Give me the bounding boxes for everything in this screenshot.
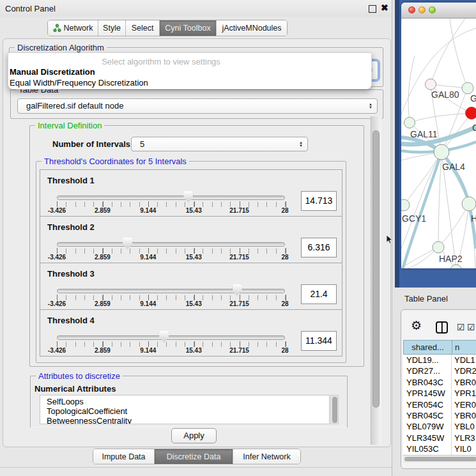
checkbox-icon[interactable]: ☑ xyxy=(467,322,475,332)
table-row[interactable]: YER054CYER0 xyxy=(403,399,476,410)
table-horizontal-scrollbar[interactable] xyxy=(403,455,476,463)
table-row[interactable]: YDL19...YDL1 xyxy=(403,355,476,365)
group-title: Discretization Algorithm xyxy=(15,43,107,52)
network-node[interactable] xyxy=(426,79,436,90)
numerical-attributes-label: Numerical Attributes xyxy=(35,384,116,394)
network-node[interactable] xyxy=(434,144,449,160)
mouse-cursor xyxy=(386,235,395,245)
network-node[interactable] xyxy=(450,265,462,268)
slider-ticks xyxy=(57,249,286,254)
threshold-4-panel: Threshold 4 -3.4262.8599.14415.4321.7152… xyxy=(40,309,342,357)
threshold-slider-thumb[interactable] xyxy=(123,238,132,249)
tab-jactivemnodules[interactable]: jActiveMNodules xyxy=(216,20,287,36)
table-cell[interactable]: YDR2 xyxy=(452,365,476,376)
threshold-value-field[interactable]: 11.344 xyxy=(301,331,337,351)
threshold-slider-track[interactable] xyxy=(57,242,285,247)
dropdown-option-equal-width-frequency[interactable]: Equal Width/Frequency Discretization xyxy=(8,77,371,88)
number-of-intervals-combobox[interactable]: 5 ▲▼ xyxy=(131,137,308,151)
table-row[interactable]: YDR27...YDR2 xyxy=(403,365,476,376)
tab-impute-data[interactable]: Impute Data xyxy=(93,449,154,464)
network-node[interactable] xyxy=(401,199,410,211)
threshold-slider-track[interactable] xyxy=(57,289,285,293)
table-cell[interactable]: YPR1 xyxy=(452,388,476,399)
network-node[interactable] xyxy=(462,197,476,211)
tab-label: Discretize Data xyxy=(167,452,221,461)
table-cell[interactable]: YDL19... xyxy=(403,355,452,365)
network-node[interactable] xyxy=(462,82,473,94)
column-header-name[interactable]: n xyxy=(452,340,476,355)
table-cell[interactable]: YER054C xyxy=(403,399,452,410)
table-cell[interactable]: YDL1 xyxy=(452,355,476,365)
float-icon[interactable] xyxy=(369,5,376,13)
network-node[interactable] xyxy=(433,242,444,253)
table-cell[interactable]: YLR345W xyxy=(403,433,452,443)
panel-scrollbar-thumb[interactable] xyxy=(372,130,380,408)
table-cell[interactable]: YIL053C xyxy=(403,443,452,454)
tab-label: Cyni Toolbox xyxy=(165,24,210,33)
threshold-value-field[interactable]: 14.713 xyxy=(301,191,337,211)
table-row[interactable]: YBL079WYBL0 xyxy=(403,421,476,432)
threshold-slider-thumb[interactable] xyxy=(183,191,193,203)
panel-vertical-scrollbar[interactable] xyxy=(371,116,381,445)
table-cell[interactable]: YBR045C xyxy=(403,410,452,421)
top-tab-bar: Network Style Select Cyni Toolbox jActiv… xyxy=(47,20,288,36)
apply-button[interactable]: Apply xyxy=(171,428,217,443)
network-node[interactable] xyxy=(466,107,476,119)
network-graph[interactable]: GAL80GACGAL11GAL4GCY1HHAP2 xyxy=(401,19,476,268)
tab-style[interactable]: Style xyxy=(98,20,125,36)
threshold-value-field[interactable]: 6.316 xyxy=(301,238,337,257)
table-row[interactable]: YPR145WYPR1 xyxy=(403,388,476,399)
table-scrollbar-thumb[interactable] xyxy=(404,457,476,461)
table-cell[interactable]: YER0 xyxy=(452,399,476,410)
combo-value: 5 xyxy=(140,137,144,151)
table-cell[interactable]: YIL0 xyxy=(452,443,476,454)
major-tick xyxy=(240,295,240,300)
list-scrollbar-thumb[interactable] xyxy=(332,397,337,423)
list-scrollbar[interactable] xyxy=(330,395,339,424)
tick-label: 15.43 xyxy=(186,347,202,354)
checkbox-icon[interactable]: ☑ xyxy=(457,322,465,332)
list-item[interactable]: BetweennessCentrality xyxy=(40,417,329,424)
close-traffic-light-icon[interactable] xyxy=(408,6,415,13)
tick-label: 2.859 xyxy=(95,207,111,214)
table-cell[interactable]: YPR145W xyxy=(403,388,452,399)
tab-label: Infer Network xyxy=(243,452,290,461)
table-cell[interactable]: YBR0 xyxy=(452,410,476,421)
dropdown-option-manual-discretization[interactable]: Manual Discretization xyxy=(8,66,371,77)
list-item[interactable]: SelfLoops xyxy=(40,395,329,407)
minimize-traffic-light-icon[interactable] xyxy=(418,6,426,13)
list-item[interactable]: TopologicalCoefficient xyxy=(40,407,329,417)
table-data-combobox[interactable]: galFiltered.sif default node ▲▼ xyxy=(17,98,378,114)
table-row[interactable]: YBR043CYBR0 xyxy=(403,377,476,388)
threshold-slider-track[interactable] xyxy=(57,196,285,200)
table-row[interactable]: YIL053CYIL0 xyxy=(403,443,476,454)
column-header-shared-name[interactable]: shared... xyxy=(403,340,452,355)
table-cell[interactable]: YBR043C xyxy=(403,377,452,388)
tab-network[interactable]: Network xyxy=(48,20,98,36)
threshold-value-field[interactable]: 21.4 xyxy=(301,284,337,304)
table-cell[interactable]: YBL0 xyxy=(452,421,476,432)
table-row[interactable]: YBR045CYBR0 xyxy=(403,410,476,421)
table-row[interactable]: YLR345WYLR3 xyxy=(403,433,476,443)
close-icon[interactable]: ✖ xyxy=(381,3,388,13)
table-cell[interactable]: YBL079W xyxy=(403,421,452,432)
threshold-slider-thumb[interactable] xyxy=(159,331,169,342)
gear-icon[interactable]: ⚙ xyxy=(411,319,422,332)
tick-label: -3.426 xyxy=(48,347,66,354)
tab-discretize-data[interactable]: Discretize Data xyxy=(154,449,233,464)
columns-icon[interactable] xyxy=(436,321,448,334)
tab-cyni-toolbox[interactable]: Cyni Toolbox xyxy=(159,20,216,36)
network-node[interactable] xyxy=(404,118,415,128)
table-cell[interactable]: YBR0 xyxy=(452,377,476,388)
table-cell[interactable]: YLR3 xyxy=(452,433,476,443)
tick-label: 2.859 xyxy=(95,254,111,261)
tab-select[interactable]: Select xyxy=(125,20,159,36)
network-canvas[interactable]: GAL80GACGAL11GAL4GCY1HHAP2 xyxy=(401,19,476,268)
network-icon xyxy=(53,24,61,33)
slider-tick-labels: -3.4262.8599.14415.4321.71528 xyxy=(57,300,285,308)
table-cell[interactable]: YDR27... xyxy=(403,365,452,376)
tab-infer-network[interactable]: Infer Network xyxy=(233,449,300,464)
zoom-traffic-light-icon[interactable] xyxy=(429,6,436,13)
combo-value: galFiltered.sif default node xyxy=(26,99,123,113)
threshold-slider-track[interactable] xyxy=(57,335,285,340)
